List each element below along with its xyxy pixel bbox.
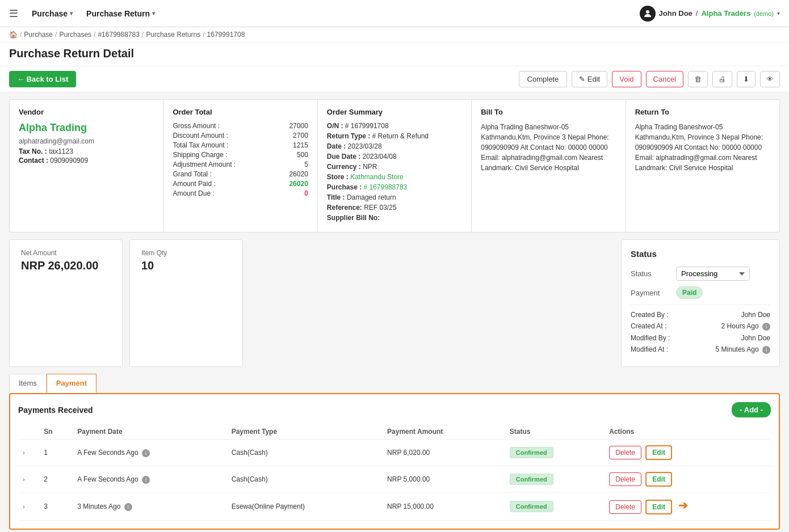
row2-status: Confirmed — [505, 466, 605, 493]
row1-sn: 1 — [39, 440, 73, 466]
col-type: Payment Type — [227, 424, 383, 440]
row3-actions: Delete Edit ➔ — [605, 493, 771, 521]
purchase-link[interactable]: # 1679988783 — [364, 183, 408, 191]
tabs-section: Items Payment Payments Received - Add - … — [9, 374, 780, 530]
row1-status: Confirmed — [505, 440, 605, 466]
return-to-title: Return To — [635, 108, 770, 116]
net-amount-label: Net Amount — [21, 249, 111, 257]
nav-purchase-label: Purchase — [32, 9, 68, 18]
complete-button[interactable]: Complete — [519, 71, 568, 87]
payment-label: Payment — [631, 289, 676, 297]
tabs-content: Items Payment Payments Received - Add - … — [9, 374, 780, 530]
edit-button[interactable]: ✎ Edit — [572, 71, 607, 87]
row3-amount: NRP 15,000.00 — [383, 493, 505, 521]
row3-edit-button[interactable]: Edit — [645, 500, 672, 514]
row2-date-info-icon[interactable]: i — [142, 476, 150, 484]
row3-date: 3 Minutes Ago i — [73, 493, 226, 521]
add-payment-button[interactable]: - Add - — [732, 402, 771, 417]
row-toggle-1[interactable]: › — [23, 449, 25, 456]
row2-actions: Delete Edit — [605, 466, 771, 493]
col-date: Payment Date — [73, 424, 226, 440]
row1-edit-button[interactable]: Edit — [645, 445, 672, 460]
nav-purchase[interactable]: Purchase ▾ — [32, 9, 73, 18]
breadcrumb-order-id[interactable]: #1679988783 — [98, 31, 139, 39]
breadcrumb-purchase[interactable]: Purchase — [24, 31, 53, 39]
row2-edit-button[interactable]: Edit — [645, 472, 672, 487]
nav-separator: / — [696, 9, 698, 18]
payment-row-3: › 3 3 Minutes Ago i Esewa(Online Payment… — [18, 493, 771, 521]
order-total-title: Order Total — [173, 108, 308, 116]
print-icon-button[interactable]: 🖨 — [712, 71, 732, 87]
breadcrumb-purchase-returns[interactable]: Purchase Returns — [146, 31, 200, 39]
modified-by-row: Modified By : John Doe — [631, 334, 770, 342]
col-toggle — [18, 424, 39, 440]
delete-icon-button[interactable]: 🗑 — [688, 71, 708, 87]
user-avatar — [640, 6, 656, 22]
row-toggle-2[interactable]: › — [23, 476, 25, 483]
row1-delete-button[interactable]: Delete — [609, 446, 641, 459]
hamburger-icon[interactable]: ☰ — [9, 7, 18, 20]
col-status: Status — [505, 424, 605, 440]
row3-delete-button[interactable]: Delete — [609, 500, 641, 514]
back-to-list-button[interactable]: ← Back to List — [9, 71, 76, 87]
page-title: Purchase Return Detail — [9, 47, 780, 60]
created-at-info-icon[interactable]: i — [762, 323, 770, 331]
row3-type: Esewa(Online Payment) — [227, 493, 383, 521]
status-panel: Status Status Processing Complete Void C… — [621, 239, 780, 367]
row2-delete-button[interactable]: Delete — [609, 472, 641, 486]
bill-to-title: Bill To — [481, 108, 616, 116]
status-row: Status Processing Complete Void Cancelle… — [631, 267, 770, 281]
tab-payment[interactable]: Payment — [47, 374, 96, 393]
tab-bar: Items Payment — [9, 374, 780, 393]
void-button[interactable]: Void — [612, 71, 641, 87]
arrow-annotation: ➔ — [678, 499, 688, 512]
item-qty-value: 10 — [141, 259, 231, 272]
vendor-title: Vendor — [19, 108, 154, 116]
row-toggle-3[interactable]: › — [23, 503, 25, 510]
cancel-button[interactable]: Cancel — [646, 71, 683, 87]
payments-table: Sn Payment Date Payment Type Payment Amo… — [18, 424, 771, 521]
row2-date: A Few Seconds Ago i — [73, 466, 226, 493]
row3-date-info-icon[interactable]: i — [124, 503, 132, 511]
nav-demo: (demo) — [754, 10, 774, 17]
download-icon-button[interactable]: ⬇ — [737, 71, 756, 87]
info-cards: Vendor Alpha Trading alphatrading@gmail.… — [9, 99, 780, 233]
payment-badge: Paid — [676, 286, 703, 299]
row2-amount: NRP 5,000.00 — [383, 466, 505, 493]
col-amount: Payment Amount — [383, 424, 505, 440]
nav-user-arrow: ▾ — [777, 10, 780, 16]
return-to-address: Alpha Trading Baneshwor-05 Kathmandu,Ktm… — [635, 122, 770, 173]
payments-container: Payments Received - Add - Sn Payment Dat… — [9, 393, 780, 530]
col-actions: Actions — [605, 424, 771, 440]
row3-status: Confirmed — [505, 493, 605, 521]
payment-row-1: › 1 A Few Seconds Ago i Cash(Cash) NRP 6… — [18, 440, 771, 466]
bill-to-card: Bill To Alpha Trading Baneshwor-05 Kathm… — [472, 100, 626, 232]
row1-date-info-icon[interactable]: i — [142, 449, 150, 457]
status-label: Status — [631, 269, 676, 278]
nav-company: Alpha Traders — [701, 9, 750, 18]
order-summary-card: Order Summary O/N : # 1679991708 Return … — [318, 100, 472, 232]
action-bar: ← Back to List Complete ✎ Edit Void Canc… — [0, 66, 789, 92]
order-row-gross: Gross Amount :27000 — [173, 122, 308, 130]
nav-purchase-return-arrow: ▾ — [152, 10, 155, 16]
return-to-card: Return To Alpha Trading Baneshwor-05 Kat… — [626, 100, 779, 232]
vendor-tax: Tax No. : tax1123 — [19, 147, 154, 155]
breadcrumb-return-id: 1679991708 — [207, 31, 245, 39]
nav-purchase-return[interactable]: Purchase Return ▾ — [86, 9, 155, 18]
order-row-due: Amount Due :0 — [173, 189, 308, 197]
tab-items[interactable]: Items — [9, 374, 47, 393]
row1-date: A Few Seconds Ago i — [73, 440, 226, 466]
item-qty-card: Item Qty 10 — [129, 239, 243, 367]
svg-point-0 — [646, 10, 649, 14]
status-select[interactable]: Processing Complete Void Cancelled — [676, 267, 750, 281]
row2-sn: 2 — [39, 466, 73, 493]
row2-type: Cash(Cash) — [227, 466, 383, 493]
modified-at-info-icon[interactable]: i — [762, 346, 770, 354]
nav-purchase-return-label: Purchase Return — [86, 9, 150, 18]
nav-user-name: John Doe — [659, 9, 693, 18]
view-icon-button[interactable]: 👁 — [760, 71, 780, 87]
nav-user[interactable]: John Doe / Alpha Traders (demo) ▾ — [640, 6, 780, 22]
breadcrumb-purchases[interactable]: Purchases — [59, 31, 91, 39]
store-link[interactable]: Kathmandu Store — [350, 173, 403, 181]
home-icon[interactable]: 🏠 — [9, 31, 18, 39]
